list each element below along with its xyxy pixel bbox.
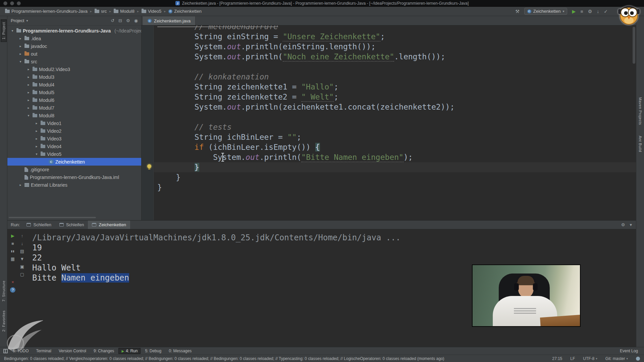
code-line[interactable]: // methodenaufrufe (154, 25, 636, 32)
highlighting-level-icon[interactable] (636, 357, 640, 361)
tree-item-video1[interactable]: ▸Video1 (7, 119, 141, 127)
settings-icon[interactable]: ⚙ (588, 9, 592, 14)
code-editor[interactable]: // methodenaufrufe String einString = "U… (142, 25, 636, 220)
intention-bulb-icon[interactable] (147, 164, 152, 170)
git-branch-widget[interactable]: Git: master▾ (605, 356, 628, 361)
tree-item-video2[interactable]: ▸Video2 (7, 127, 141, 135)
chevron-right-icon[interactable]: ▸ (26, 75, 31, 79)
chevron-right-icon[interactable]: ▸ (34, 129, 39, 133)
vcs-update-icon[interactable]: ↓ (597, 9, 599, 14)
code-line[interactable]: } (154, 172, 636, 182)
run-tab-zeichenketten[interactable]: Zeichenketten (88, 221, 130, 229)
breadcrumb-item-src[interactable]: src (94, 8, 108, 14)
tool-window-switcher-icon[interactable] (3, 349, 8, 353)
stripe-button-maven-projects[interactable]: Maven Projects (637, 95, 643, 128)
clear-icon[interactable]: ▢ (18, 270, 26, 278)
chevron-down-icon[interactable]: ▾ (10, 29, 15, 33)
chevron-right-icon[interactable]: ▸ (18, 183, 23, 187)
tool-window-button-0-messages[interactable]: 0: Messages (166, 348, 195, 354)
tree-item-video4[interactable]: ▸Video4 (7, 142, 141, 150)
code-area[interactable]: // methodenaufrufe String einString = "U… (154, 25, 636, 220)
pin-icon[interactable]: ◉ (134, 18, 138, 23)
tool-window-button-4-run[interactable]: ▶4: Run (118, 348, 141, 354)
chevron-right-icon[interactable]: ▸ (34, 121, 39, 125)
pause-icon[interactable]: ▮▮ (9, 247, 17, 255)
stop-button[interactable]: ■ (580, 9, 583, 14)
breadcrumb-item-modul8[interactable]: Modul8 (113, 8, 136, 14)
run-tab-schleifen[interactable]: Schleifen (22, 221, 55, 229)
scroll-end-icon[interactable]: ▼ (18, 255, 26, 263)
code-line[interactable]: System.out.println("Noch eine Zeichenket… (154, 52, 636, 62)
tree-item-out[interactable]: ▸out (7, 50, 141, 58)
tool-window-button-5-debug[interactable]: 5: Debug (142, 348, 164, 354)
tree-item-modul7[interactable]: ▸Modul7 (7, 104, 141, 112)
tree-item-modul3[interactable]: ▸Modul3 (7, 73, 141, 81)
chevron-right-icon[interactable]: ▸ (26, 98, 31, 102)
restore-layout-icon[interactable]: ▦ (9, 255, 17, 263)
encoding-widget[interactable]: UTF-8▾ (583, 356, 597, 361)
tree-item-gitignore[interactable]: .gitignore (7, 166, 141, 173)
hide-panel-icon[interactable]: ▾ (630, 222, 632, 227)
close-icon[interactable]: × (9, 278, 17, 286)
tree-item-external-libraries[interactable]: ▸External Libraries (7, 181, 141, 189)
panel-settings-icon[interactable]: ⚙ (126, 18, 130, 23)
tree-item-idea[interactable]: ▸.idea (7, 35, 141, 42)
caret-position-widget[interactable]: 27:15 (552, 356, 562, 361)
chevron-right-icon[interactable]: ▸ (26, 90, 31, 94)
stripe-button-7-structure[interactable]: 7: Structure (1, 278, 7, 304)
code-line[interactable] (154, 62, 636, 72)
editor-scrollbar[interactable] (632, 25, 636, 220)
tree-item-modul6[interactable]: ▸Modul6 (7, 96, 141, 104)
line-separator-widget[interactable]: LF (570, 356, 575, 361)
close-window-button[interactable] (3, 1, 7, 5)
code-line[interactable]: String zeichenkette2 = " Welt"; (154, 92, 636, 102)
code-line[interactable]: System.out.println(zeichenkette1.concat(… (154, 102, 636, 112)
tree-item-zeichenketten[interactable]: CZeichenketten (7, 158, 141, 166)
help-icon[interactable]: ? (9, 286, 17, 294)
rerun-icon[interactable]: ▶ (9, 232, 17, 240)
code-line[interactable]: String einString = "Unsere Zeichenkette"… (154, 32, 636, 42)
horizontal-scrollbar[interactable] (9, 217, 96, 218)
stop-icon[interactable]: ■ (9, 240, 17, 247)
stripe-button-1-project[interactable]: 1: Project (1, 19, 7, 42)
tool-window-button-version-control[interactable]: Version Control (56, 348, 89, 354)
project-panel-title[interactable]: Project (11, 18, 24, 23)
breadcrumb-item-programmieren-lernen-grundkurs-java[interactable]: Programmieren-lernen-Grundkurs-Java (4, 8, 89, 14)
tree-item-modul4[interactable]: ▸Modul4 (7, 81, 141, 88)
tree-item-javadoc[interactable]: ▸javadoc (7, 42, 141, 50)
soft-wrap-icon[interactable]: ▤ (18, 247, 26, 255)
breadcrumb-item-video5[interactable]: Video5 (141, 8, 162, 14)
code-line[interactable]: System.out.println(einString.length()); (154, 42, 636, 52)
chevron-right-icon[interactable]: ▸ (26, 83, 31, 86)
minimize-window-button[interactable] (10, 1, 14, 5)
chevron-right-icon[interactable]: ▸ (18, 37, 23, 40)
code-line[interactable]: String zeichenkette1 = "Hallo"; (154, 82, 636, 92)
chevron-down-icon[interactable]: ▾ (26, 114, 31, 117)
run-button[interactable]: ▶ (572, 9, 576, 14)
tool-window-button-terminal[interactable]: Terminal (33, 348, 54, 354)
event-log-button[interactable]: Event Log (620, 349, 641, 353)
code-line[interactable]: // tests (154, 122, 636, 132)
zoom-window-button[interactable] (17, 1, 21, 5)
up-stack-icon[interactable]: ↑ (18, 232, 26, 240)
code-line[interactable]: if (ichBinLeer.isEmpty()) { (154, 142, 636, 152)
sync-icon[interactable]: ↺ (111, 18, 114, 23)
chevron-right-icon[interactable]: ▸ (26, 106, 31, 110)
tree-item-programmieren-lernen-grundkurs-java[interactable]: ▾Programmieren-lernen-Grundkurs-Java(~/I… (7, 27, 141, 35)
chevron-right-icon[interactable]: ▸ (18, 44, 23, 48)
tree-item-src[interactable]: ▾src (7, 58, 141, 65)
chevron-right-icon[interactable]: ▸ (34, 137, 39, 140)
tool-window-button-6-todo[interactable]: 6: TODO (10, 348, 32, 354)
tool-window-button-9-changes[interactable]: 9: Changes (91, 348, 117, 354)
run-tab-schleifen[interactable]: Schleifen (55, 221, 88, 229)
run-configuration-select[interactable]: C Zeichenketten ▾ (524, 8, 568, 15)
chevron-right-icon[interactable]: ▸ (34, 144, 39, 148)
breadcrumb-item-zeichenketten[interactable]: CZeichenketten (167, 8, 203, 14)
print-icon[interactable]: ▣ (18, 263, 26, 270)
build-hammer-icon[interactable]: ⚒ (515, 9, 520, 14)
chevron-down-icon[interactable]: ▾ (18, 60, 23, 63)
code-line[interactable] (154, 112, 636, 122)
stripe-button-ant-build[interactable]: Ant Build (637, 133, 643, 155)
code-line[interactable]: } (154, 162, 636, 172)
code-line[interactable]: String ichBinLeer = ""; (154, 132, 636, 142)
